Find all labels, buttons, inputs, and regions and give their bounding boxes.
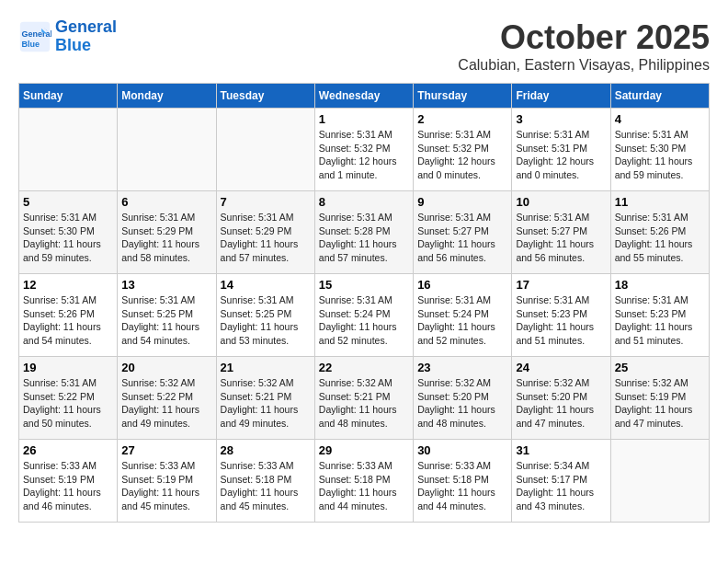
- day-number: 14: [221, 278, 311, 292]
- day-number: 23: [417, 361, 507, 374]
- day-number: 3: [516, 112, 606, 126]
- calendar-cell: 31Sunrise: 5:34 AMSunset: 5:17 PMDayligh…: [512, 440, 610, 523]
- title-area: October 2025 Calubian, Eastern Visayas, …: [458, 18, 710, 74]
- day-info: Sunrise: 5:33 AMSunset: 5:18 PMDaylight:…: [417, 459, 507, 513]
- weekday-header: Friday: [512, 84, 610, 109]
- calendar-cell: 30Sunrise: 5:33 AMSunset: 5:18 PMDayligh…: [414, 440, 512, 523]
- calendar-cell: 28Sunrise: 5:33 AMSunset: 5:18 PMDayligh…: [216, 440, 314, 523]
- logo-general: General: [55, 17, 117, 36]
- day-number: 12: [23, 278, 113, 292]
- calendar-week-row: 5Sunrise: 5:31 AMSunset: 5:30 PMDaylight…: [19, 191, 710, 274]
- calendar-cell: 8Sunrise: 5:31 AMSunset: 5:28 PMDaylight…: [314, 191, 413, 274]
- day-info: Sunrise: 5:32 AMSunset: 5:22 PMDaylight:…: [121, 376, 211, 431]
- day-number: 4: [615, 112, 705, 126]
- day-info: Sunrise: 5:31 AMSunset: 5:29 PMDaylight:…: [121, 211, 211, 265]
- logo: General Blue General Blue: [18, 18, 117, 55]
- calendar-cell: [118, 109, 216, 191]
- logo-icon: General Blue: [18, 20, 51, 53]
- logo-text: General Blue: [55, 18, 117, 55]
- day-number: 30: [417, 443, 507, 457]
- calendar-cell: 11Sunrise: 5:31 AMSunset: 5:26 PMDayligh…: [610, 191, 709, 274]
- day-info: Sunrise: 5:33 AMSunset: 5:19 PMDaylight:…: [121, 459, 211, 513]
- calendar-cell: 24Sunrise: 5:32 AMSunset: 5:20 PMDayligh…: [512, 357, 610, 440]
- logo-blue: Blue: [55, 36, 91, 54]
- day-info: Sunrise: 5:33 AMSunset: 5:19 PMDaylight:…: [23, 459, 113, 513]
- day-info: Sunrise: 5:31 AMSunset: 5:26 PMDaylight:…: [23, 293, 113, 348]
- day-number: 27: [121, 443, 211, 457]
- day-number: 16: [417, 278, 507, 292]
- day-info: Sunrise: 5:31 AMSunset: 5:29 PMDaylight:…: [221, 211, 311, 265]
- day-info: Sunrise: 5:31 AMSunset: 5:28 PMDaylight:…: [319, 211, 409, 265]
- calendar-header-row: SundayMondayTuesdayWednesdayThursdayFrid…: [19, 84, 710, 109]
- calendar-cell: 16Sunrise: 5:31 AMSunset: 5:24 PMDayligh…: [414, 274, 512, 357]
- calendar-cell: 14Sunrise: 5:31 AMSunset: 5:25 PMDayligh…: [216, 274, 314, 357]
- day-number: 29: [319, 443, 409, 457]
- day-number: 22: [319, 361, 409, 374]
- day-info: Sunrise: 5:31 AMSunset: 5:30 PMDaylight:…: [23, 211, 113, 265]
- day-number: 21: [221, 361, 311, 374]
- calendar-week-row: 19Sunrise: 5:31 AMSunset: 5:22 PMDayligh…: [19, 357, 710, 440]
- day-info: Sunrise: 5:31 AMSunset: 5:30 PMDaylight:…: [615, 128, 705, 182]
- calendar-cell: 21Sunrise: 5:32 AMSunset: 5:21 PMDayligh…: [216, 357, 314, 440]
- weekday-header: Sunday: [19, 84, 118, 109]
- day-number: 5: [23, 195, 113, 209]
- day-number: 7: [221, 195, 311, 209]
- day-number: 11: [615, 195, 705, 209]
- svg-text:Blue: Blue: [22, 40, 40, 49]
- calendar-cell: 2Sunrise: 5:31 AMSunset: 5:32 PMDaylight…: [414, 109, 512, 191]
- day-number: 10: [516, 195, 606, 209]
- header: General Blue General Blue October 2025 C…: [18, 18, 710, 74]
- day-number: 1: [319, 112, 409, 126]
- day-number: 18: [615, 278, 705, 292]
- day-info: Sunrise: 5:31 AMSunset: 5:22 PMDaylight:…: [23, 376, 113, 431]
- calendar-cell: 7Sunrise: 5:31 AMSunset: 5:29 PMDaylight…: [216, 191, 314, 274]
- day-info: Sunrise: 5:31 AMSunset: 5:32 PMDaylight:…: [417, 128, 507, 182]
- day-number: 13: [121, 278, 211, 292]
- day-info: Sunrise: 5:32 AMSunset: 5:19 PMDaylight:…: [615, 376, 705, 431]
- calendar-cell: 27Sunrise: 5:33 AMSunset: 5:19 PMDayligh…: [118, 440, 216, 523]
- day-info: Sunrise: 5:33 AMSunset: 5:18 PMDaylight:…: [319, 459, 409, 513]
- day-number: 8: [319, 195, 409, 209]
- weekday-header: Monday: [118, 84, 216, 109]
- calendar-cell: 4Sunrise: 5:31 AMSunset: 5:30 PMDaylight…: [610, 109, 709, 191]
- weekday-header: Tuesday: [216, 84, 314, 109]
- day-info: Sunrise: 5:31 AMSunset: 5:24 PMDaylight:…: [319, 293, 409, 348]
- calendar-cell: 29Sunrise: 5:33 AMSunset: 5:18 PMDayligh…: [314, 440, 413, 523]
- calendar-cell: 25Sunrise: 5:32 AMSunset: 5:19 PMDayligh…: [610, 357, 709, 440]
- day-number: 6: [121, 195, 211, 209]
- calendar-cell: [216, 109, 314, 191]
- calendar-cell: 12Sunrise: 5:31 AMSunset: 5:26 PMDayligh…: [19, 274, 118, 357]
- day-number: 17: [516, 278, 606, 292]
- day-number: 19: [23, 361, 113, 374]
- calendar-cell: 3Sunrise: 5:31 AMSunset: 5:31 PMDaylight…: [512, 109, 610, 191]
- weekday-header: Wednesday: [314, 84, 413, 109]
- day-info: Sunrise: 5:31 AMSunset: 5:23 PMDaylight:…: [615, 293, 705, 348]
- day-info: Sunrise: 5:31 AMSunset: 5:24 PMDaylight:…: [417, 293, 507, 348]
- calendar-week-row: 26Sunrise: 5:33 AMSunset: 5:19 PMDayligh…: [19, 440, 710, 523]
- calendar-cell: 26Sunrise: 5:33 AMSunset: 5:19 PMDayligh…: [19, 440, 118, 523]
- day-info: Sunrise: 5:32 AMSunset: 5:20 PMDaylight:…: [417, 376, 507, 431]
- calendar-week-row: 12Sunrise: 5:31 AMSunset: 5:26 PMDayligh…: [19, 274, 710, 357]
- day-number: 2: [417, 112, 507, 126]
- calendar-cell: 5Sunrise: 5:31 AMSunset: 5:30 PMDaylight…: [19, 191, 118, 274]
- day-info: Sunrise: 5:31 AMSunset: 5:27 PMDaylight:…: [417, 211, 507, 265]
- calendar-table: SundayMondayTuesdayWednesdayThursdayFrid…: [18, 83, 710, 523]
- calendar-week-row: 1Sunrise: 5:31 AMSunset: 5:32 PMDaylight…: [19, 109, 710, 191]
- day-info: Sunrise: 5:32 AMSunset: 5:21 PMDaylight:…: [221, 376, 311, 431]
- day-info: Sunrise: 5:31 AMSunset: 5:31 PMDaylight:…: [516, 128, 606, 182]
- day-info: Sunrise: 5:31 AMSunset: 5:32 PMDaylight:…: [319, 128, 409, 182]
- day-number: 28: [221, 443, 311, 457]
- calendar-cell: 15Sunrise: 5:31 AMSunset: 5:24 PMDayligh…: [314, 274, 413, 357]
- calendar-cell: [19, 109, 118, 191]
- calendar-cell: [610, 440, 709, 523]
- calendar-cell: 6Sunrise: 5:31 AMSunset: 5:29 PMDaylight…: [118, 191, 216, 274]
- day-number: 20: [121, 361, 211, 374]
- day-info: Sunrise: 5:31 AMSunset: 5:26 PMDaylight:…: [615, 211, 705, 265]
- calendar-cell: 19Sunrise: 5:31 AMSunset: 5:22 PMDayligh…: [19, 357, 118, 440]
- calendar-cell: 18Sunrise: 5:31 AMSunset: 5:23 PMDayligh…: [610, 274, 709, 357]
- calendar-cell: 10Sunrise: 5:31 AMSunset: 5:27 PMDayligh…: [512, 191, 610, 274]
- calendar-cell: 1Sunrise: 5:31 AMSunset: 5:32 PMDaylight…: [314, 109, 413, 191]
- day-number: 15: [319, 278, 409, 292]
- calendar-cell: 20Sunrise: 5:32 AMSunset: 5:22 PMDayligh…: [118, 357, 216, 440]
- day-info: Sunrise: 5:33 AMSunset: 5:18 PMDaylight:…: [221, 459, 311, 513]
